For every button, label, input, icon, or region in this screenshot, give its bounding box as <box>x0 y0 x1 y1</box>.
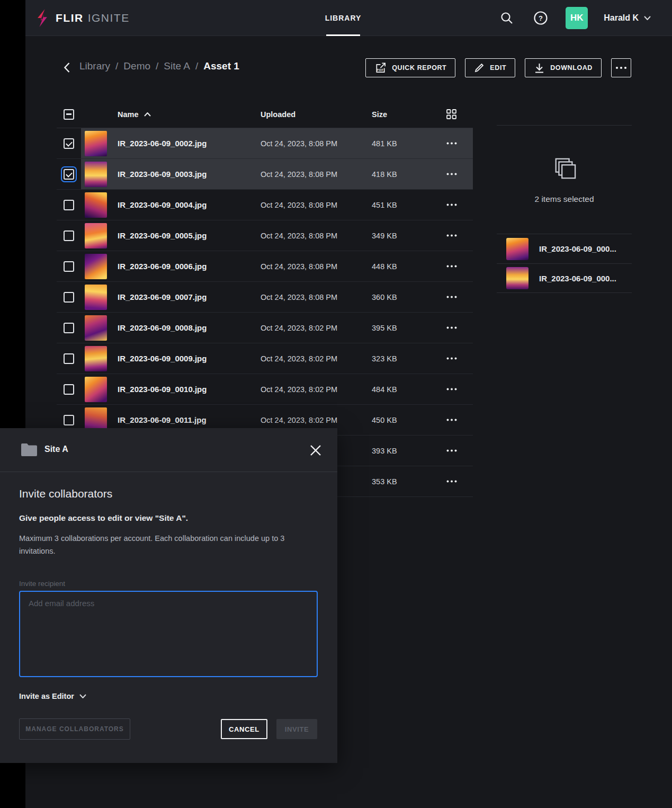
row-checkbox[interactable] <box>62 321 76 335</box>
row-checkbox[interactable] <box>62 413 76 427</box>
file-name: IR_2023-06-09_0007.jpg <box>118 292 207 301</box>
thermal-thumbnail <box>85 162 107 187</box>
file-name: IR_2023-06-09_0011.jpg <box>118 415 207 424</box>
table-row[interactable]: IR_2023-06-09_0006.jpg Oct 24, 2023, 8:0… <box>57 251 473 282</box>
row-checkbox[interactable] <box>62 383 76 396</box>
breadcrumb-separator: / <box>195 60 198 72</box>
select-all-checkbox[interactable] <box>62 108 76 121</box>
user-menu[interactable]: Harald K <box>604 13 651 23</box>
dialog-title: Invite collaborators <box>19 487 318 500</box>
selection-summary: 2 items selected <box>497 126 632 204</box>
thermal-thumbnail <box>506 267 528 289</box>
row-more-icon[interactable] <box>441 320 462 336</box>
breadcrumb-separator: / <box>115 60 118 72</box>
thermal-thumbnail <box>85 315 107 341</box>
grid-view-icon[interactable] <box>446 109 457 120</box>
more-icon <box>615 66 627 69</box>
row-more-icon[interactable] <box>441 351 462 367</box>
back-icon[interactable] <box>58 59 75 76</box>
file-size: 450 KB <box>372 416 430 424</box>
row-more-icon[interactable] <box>441 259 462 274</box>
brand: FLIR IGNITE <box>35 0 130 36</box>
breadcrumb: Library / Demo / Site A / Asset 1 <box>79 60 239 72</box>
breadcrumb-site-a[interactable]: Site A <box>164 60 190 72</box>
file-size: 353 KB <box>372 477 430 486</box>
table-row[interactable]: IR_2023-06-09_0010.jpg Oct 24, 2023, 8:0… <box>57 374 473 405</box>
file-size: 349 KB <box>372 232 430 240</box>
quick-report-button[interactable]: PDF QUICK REPORT <box>365 58 455 77</box>
invite-button[interactable]: INVITE <box>276 719 317 739</box>
file-uploaded: Oct 24, 2023, 8:02 PM <box>261 416 372 424</box>
file-name: IR_2023-06-09_0006.jpg <box>118 262 207 271</box>
thermal-thumbnail <box>85 285 107 310</box>
edit-label: EDIT <box>490 64 506 72</box>
download-icon <box>534 63 545 74</box>
cancel-button[interactable]: CANCEL <box>221 719 267 739</box>
row-more-icon[interactable] <box>441 197 462 213</box>
selected-items-list: IR_2023-06-09_000... IR_2023-06-09_000..… <box>497 234 632 293</box>
thermal-thumbnail <box>85 254 107 279</box>
role-dropdown[interactable]: Invite as Editor <box>19 692 318 700</box>
thermal-thumbnail <box>85 192 107 218</box>
tab-library[interactable]: LIBRARY <box>318 0 369 36</box>
table-row[interactable]: IR_2023-06-09_0008.jpg Oct 24, 2023, 8:0… <box>57 313 473 343</box>
file-name: IR_2023-06-09_0009.jpg <box>118 354 207 363</box>
breadcrumb-row: Library / Demo / Site A / Asset 1 PDF QU… <box>25 55 672 81</box>
user-name: Harald K <box>604 13 639 23</box>
table-row[interactable]: IR_2023-06-09_0004.jpg Oct 24, 2023, 8:0… <box>57 190 473 220</box>
sort-ascending-icon[interactable] <box>144 112 151 117</box>
table-row[interactable]: IR_2023-06-09_0005.jpg Oct 24, 2023, 8:0… <box>57 220 473 251</box>
selected-item-name: IR_2023-06-09_000... <box>539 274 616 283</box>
email-field[interactable] <box>19 591 318 677</box>
row-more-icon[interactable] <box>441 166 462 182</box>
file-uploaded: Oct 24, 2023, 8:08 PM <box>261 170 372 179</box>
thermal-thumbnail <box>85 223 107 248</box>
row-more-icon[interactable] <box>441 443 462 459</box>
row-checkbox[interactable] <box>62 198 76 212</box>
file-size: 323 KB <box>372 354 430 363</box>
list-item[interactable]: IR_2023-06-09_000... <box>497 234 632 263</box>
row-more-icon[interactable] <box>441 381 462 397</box>
column-header-uploaded[interactable]: Uploaded <box>261 110 372 119</box>
thermal-thumbnail <box>85 377 107 402</box>
column-header-name[interactable]: Name <box>118 110 139 119</box>
breadcrumb-demo[interactable]: Demo <box>123 60 150 72</box>
row-more-icon[interactable] <box>441 228 462 244</box>
more-actions-button[interactable] <box>611 58 631 77</box>
table-row[interactable]: IR_2023-06-09_0007.jpg Oct 24, 2023, 8:0… <box>57 282 473 313</box>
table-row[interactable]: IR_2023-06-09_0003.jpg Oct 24, 2023, 8:0… <box>57 159 473 190</box>
list-item[interactable]: IR_2023-06-09_000... <box>497 263 632 293</box>
pencil-icon <box>474 63 485 73</box>
file-uploaded: Oct 24, 2023, 8:02 PM <box>261 354 372 363</box>
multiple-items-icon <box>552 156 577 181</box>
row-more-icon[interactable] <box>441 136 462 152</box>
breadcrumb-library[interactable]: Library <box>79 60 110 72</box>
row-checkbox[interactable] <box>62 290 76 304</box>
breadcrumb-separator: / <box>156 60 158 72</box>
row-more-icon[interactable] <box>441 412 462 428</box>
column-header-size[interactable]: Size <box>372 110 430 119</box>
manage-collaborators-button[interactable]: MANAGE COLLABORATORS <box>19 718 130 740</box>
row-checkbox[interactable] <box>62 352 76 366</box>
file-size: 393 KB <box>372 447 430 455</box>
file-name: IR_2023-06-09_0002.jpg <box>118 139 207 148</box>
close-icon[interactable] <box>308 442 324 458</box>
file-uploaded: Oct 24, 2023, 8:02 PM <box>261 324 372 332</box>
edit-button[interactable]: EDIT <box>465 58 515 77</box>
row-checkbox[interactable] <box>62 260 76 273</box>
avatar[interactable]: HK <box>566 7 588 29</box>
file-size: 484 KB <box>372 385 430 394</box>
search-icon[interactable] <box>498 9 516 27</box>
download-button[interactable]: DOWNLOAD <box>525 58 602 77</box>
table-row[interactable]: IR_2023-06-09_0002.jpg Oct 24, 2023, 8:0… <box>57 128 473 159</box>
row-checkbox[interactable] <box>62 167 76 181</box>
help-icon[interactable]: ? <box>532 9 550 27</box>
row-more-icon[interactable] <box>441 289 462 305</box>
row-checkbox[interactable] <box>62 229 76 243</box>
table-row[interactable]: IR_2023-06-09_0009.jpg Oct 24, 2023, 8:0… <box>57 343 473 374</box>
avatar-initials: HK <box>570 13 584 23</box>
row-checkbox[interactable] <box>62 137 76 150</box>
svg-text:PDF: PDF <box>377 68 384 72</box>
row-more-icon[interactable] <box>441 474 462 490</box>
file-size: 395 KB <box>372 324 430 332</box>
